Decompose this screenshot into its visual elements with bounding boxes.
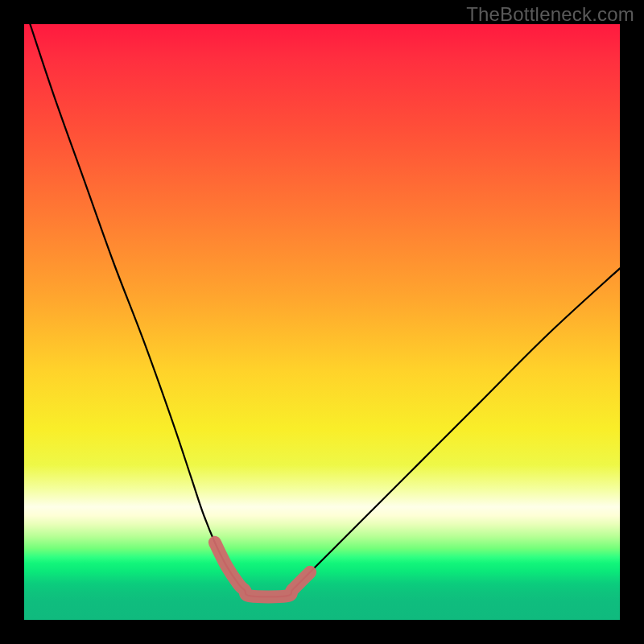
curves-svg bbox=[24, 24, 620, 620]
chart-frame: TheBottleneck.com bbox=[0, 0, 644, 644]
plot-area bbox=[24, 24, 620, 620]
watermark-text: TheBottleneck.com bbox=[466, 3, 634, 26]
valley-highlight-path bbox=[215, 543, 310, 597]
bottleneck-curve-path bbox=[30, 24, 620, 597]
